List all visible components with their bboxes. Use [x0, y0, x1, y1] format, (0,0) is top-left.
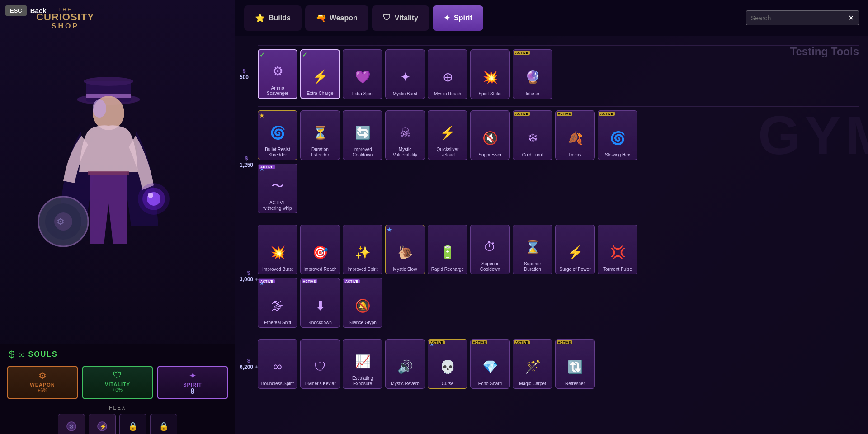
search-input[interactable]: [751, 14, 845, 22]
vitality-stat-button[interactable]: 🛡 VITALITY +0%: [82, 366, 153, 399]
item-name-infuser: Infuser: [526, 91, 540, 97]
tab-weapon-label: Weapon: [330, 14, 358, 22]
item-mystic-reverb[interactable]: 🔊 Mystic Reverb: [385, 339, 425, 389]
item-surge-of-power[interactable]: ⚡ Surge of Power: [555, 225, 595, 274]
item-name-slowing-hex: Slowing Hex: [605, 152, 630, 158]
item-torment-pulse[interactable]: 💢 Torment Pulse: [598, 225, 637, 274]
vitality-stat-val: +0%: [85, 387, 151, 392]
item-name-ammo-scavenger: Ammo Scavenger: [260, 85, 295, 96]
flex-slot-3-locked: 🔒: [119, 414, 146, 434]
logo-shop: SHOP: [36, 22, 94, 30]
active-badge-decay: ACTIVE: [557, 112, 572, 116]
item-name-superior-cooldown: Superior Cooldown: [472, 261, 508, 272]
item-improved-reach[interactable]: 🎯 Improved Reach: [300, 225, 340, 274]
tab-weapon[interactable]: 🔫 Weapon: [305, 5, 368, 31]
item-mystic-burst[interactable]: ✦ Mystic Burst: [385, 49, 425, 99]
left-panel: ESC Back THE CURIOSITY SHOP: [0, 0, 235, 434]
flex-slot-4-locked: 🔒: [150, 414, 177, 434]
tab-spirit-label: Spirit: [454, 14, 472, 22]
item-superior-duration[interactable]: ⌛ Superior Duration: [513, 225, 552, 274]
item-magic-carpet[interactable]: ACTIVE 🪄 Magic Carpet: [513, 339, 552, 389]
item-refresher[interactable]: ACTIVE 🔃 Refresher: [555, 339, 595, 389]
spirit-icon: ✦: [160, 370, 226, 381]
active-badge-refresher: ACTIVE: [557, 340, 572, 344]
item-name-improved-spirit: Improved Spirit: [347, 267, 377, 272]
items-row-3000-sub: ★ ACTIVE 🌫 Ethereal Shift ACTIVE ⬇ Knock…: [258, 278, 859, 331]
item-boundless-spirit[interactable]: ∞ Boundless Spirit: [258, 339, 297, 389]
search-clear-button[interactable]: ✕: [848, 14, 854, 22]
souls-label: SOULS: [28, 350, 58, 359]
item-infuser[interactable]: ACTIVE 🔮 Infuser: [513, 49, 552, 99]
item-name-curse: Curse: [442, 381, 454, 387]
item-duration-extender[interactable]: ⏳ Duration Extender: [300, 110, 340, 160]
tab-vitality[interactable]: 🛡 Vitality: [372, 5, 429, 31]
item-spirit-strike[interactable]: 💥 Spirit Strike: [470, 49, 510, 99]
character-figure: ⚙: [32, 45, 185, 280]
item-echo-shard[interactable]: ACTIVE 💎 Echo Shard: [470, 339, 510, 389]
item-name-mystic-burst: Mystic Burst: [393, 91, 417, 97]
item-extra-spirit[interactable]: 💜 Extra Spirit: [343, 49, 382, 99]
item-rapid-recharge[interactable]: 🔋 Rapid Recharge: [428, 225, 467, 274]
tab-spirit[interactable]: ✦ Spirit: [433, 5, 483, 31]
weapon-stat-name: WEAPON: [9, 382, 75, 387]
tab-vitality-label: Vitality: [395, 14, 418, 22]
item-suppressor[interactable]: 🔇 Suppressor: [470, 110, 510, 160]
item-mystic-vulnerability[interactable]: ☠ Mystic Vulnerability: [385, 110, 425, 160]
active-badge-cold-front: ACTIVE: [514, 112, 530, 116]
item-withering-whip[interactable]: ★ ACTIVE 〜 ACTIVE withering whip: [258, 164, 297, 213]
items-row-1250-sub: ★ ACTIVE 〜 ACTIVE withering whip: [258, 164, 859, 217]
item-escalating-exposure[interactable]: 📈 Escalating Exposure: [343, 339, 382, 389]
section-6200: $ 6,200 + ∞ Boundless Spirit 🛡 Diviner's…: [258, 335, 859, 392]
spirit-stat-name: SPIRIT: [160, 382, 226, 387]
item-slowing-hex[interactable]: ACTIVE 🌀 Slowing Hex: [598, 110, 637, 160]
item-name-duration-extender: Duration Extender: [302, 147, 338, 158]
item-improved-spirit[interactable]: ✨ Improved Spirit: [343, 225, 382, 274]
spirit-stat-val: 8: [160, 387, 226, 396]
flex-label: FLEX: [5, 405, 231, 411]
item-ammo-scavenger[interactable]: ✓ ⚙ Ammo Scavenger: [258, 49, 297, 99]
item-name-improved-burst: Improved Burst: [262, 267, 293, 272]
item-name-bullet-resist: Bullet Resist Shredder: [260, 147, 295, 158]
section-1250: $ 1,250 ★ 🌀 Bullet Resist Shredder ⏳ Dur…: [258, 106, 859, 217]
item-bullet-resist[interactable]: ★ 🌀 Bullet Resist Shredder: [258, 110, 297, 160]
item-superior-cooldown[interactable]: ⏱ Superior Cooldown: [470, 225, 510, 274]
item-name-boundless-spirit: Boundless Spirit: [261, 381, 294, 387]
item-ethereal-shift[interactable]: ★ ACTIVE 🌫 Ethereal Shift: [258, 278, 297, 328]
vitality-icon: 🛡: [85, 370, 151, 381]
item-cold-front[interactable]: ACTIVE ❄ Cold Front: [513, 110, 552, 160]
main-content: ⭐ Builds 🔫 Weapon 🛡 Vitality ✦ Spirit ✕ …: [235, 0, 868, 434]
item-quicksilver-reload[interactable]: ⚡ Quicksilver Reload: [428, 110, 467, 160]
stat-buttons: ⚙ WEAPON +6% 🛡 VITALITY +0% ✦ SPIRIT 8: [5, 366, 231, 399]
item-name-improved-reach: Improved Reach: [303, 267, 336, 272]
item-name-mystic-reach: Mystic Reach: [434, 91, 461, 97]
flex-slot-2[interactable]: ⚡: [89, 414, 116, 434]
weapon-stat-button[interactable]: ⚙ WEAPON +6%: [7, 366, 78, 399]
item-extra-charge[interactable]: ✓ ⚡ Extra Charge: [300, 49, 340, 99]
spirit-stat-button[interactable]: ✦ SPIRIT 8: [157, 366, 228, 399]
item-decay[interactable]: ACTIVE 🍂 Decay: [555, 110, 595, 160]
tab-builds[interactable]: ⭐ Builds: [244, 5, 302, 31]
item-diviners-kevlar[interactable]: 🛡 Diviner's Kevlar: [300, 339, 340, 389]
item-improved-cooldown[interactable]: 🔄 Improved Cooldown: [343, 110, 382, 160]
back-label[interactable]: Back: [30, 7, 47, 14]
section-3000: $ 3,000 + 💥 Improved Burst 🎯 Improved Re…: [258, 221, 859, 331]
active-badge-curse: ACTIVE: [429, 340, 445, 344]
item-name-torment-pulse: Torment Pulse: [603, 267, 632, 272]
item-name-mystic-reverb: Mystic Reverb: [391, 381, 419, 387]
item-mystic-slow[interactable]: ★ 🐌 Mystic Slow: [385, 225, 425, 274]
item-silence-glyph[interactable]: ACTIVE 🔕 Silence Glyph: [343, 278, 382, 328]
svg-point-5: [93, 99, 106, 118]
svg-text:⚡: ⚡: [99, 423, 107, 430]
star-mystic-slow: ★: [387, 226, 392, 233]
bottom-stats: $ ∞ SOULS ⚙ WEAPON +6% 🛡 VITALITY +0% ✦ …: [0, 344, 235, 434]
souls-row: $ ∞ SOULS: [5, 349, 231, 360]
flex-slot-1[interactable]: ⚙: [58, 414, 85, 434]
item-improved-burst[interactable]: 💥 Improved Burst: [258, 225, 297, 274]
item-curse[interactable]: ★ ACTIVE 💀 Curse: [428, 339, 467, 389]
item-mystic-reach[interactable]: ⊕ Mystic Reach: [428, 49, 467, 99]
esc-button[interactable]: ESC: [5, 5, 27, 16]
builds-icon: ⭐: [255, 13, 265, 23]
items-area[interactable]: GYM $ 500 ✓ ⚙ Ammo Scavenger ✓ ⚡ Extra C…: [235, 36, 868, 434]
item-knockdown[interactable]: ACTIVE ⬇ Knockdown: [300, 278, 340, 328]
items-row-6200: ∞ Boundless Spirit 🛡 Diviner's Kevlar 📈 …: [258, 335, 859, 392]
